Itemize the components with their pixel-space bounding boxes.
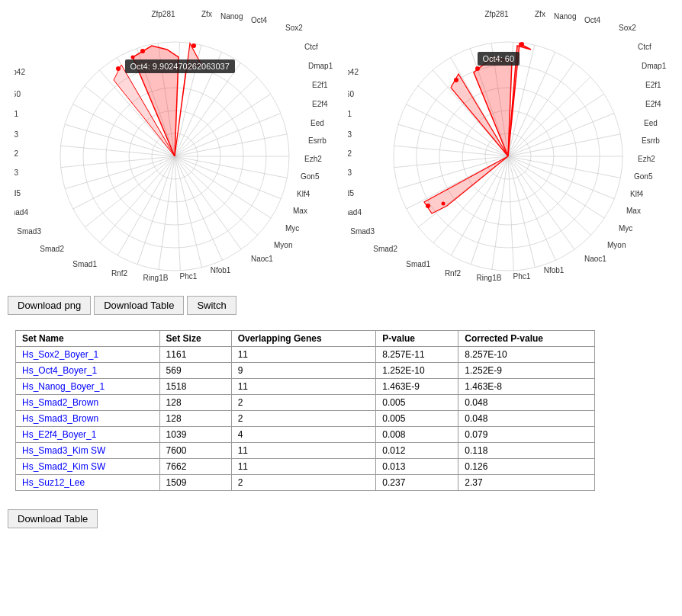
svg-text:Suz12: Suz12 (14, 149, 18, 158)
svg-text:Rnf2: Rnf2 (444, 269, 461, 278)
set-name-link[interactable]: Hs_E2f4_Boyer_1 (22, 429, 96, 440)
table-cell-set-name[interactable]: Hs_Smad2_Brown (16, 395, 160, 411)
svg-text:Tip60: Tip60 (348, 90, 354, 98)
table-cell-set-name[interactable]: Hs_Suz12_Lee (16, 475, 160, 491)
table-cell: 11 (231, 459, 376, 475)
table-cell: 9 (231, 363, 376, 379)
svg-text:Smad3: Smad3 (17, 227, 41, 236)
table-row: Hs_Smad3_Brown12820.0050.048 (16, 411, 595, 427)
col-header-set-size: Set Size (159, 331, 231, 347)
table-cell-set-name[interactable]: Hs_Sox2_Boyer_1 (16, 347, 160, 363)
svg-point-122 (454, 78, 458, 82)
svg-text:Stat3: Stat3 (348, 168, 352, 177)
set-name-link[interactable]: Hs_Sox2_Boyer_1 (22, 349, 98, 360)
svg-text:Rnf2: Rnf2 (111, 269, 127, 278)
svg-line-85 (508, 156, 614, 199)
svg-text:Esrrb: Esrrb (642, 136, 660, 145)
table-cell: 0.079 (458, 427, 595, 443)
table-cell: 0.008 (376, 427, 458, 443)
svg-point-123 (426, 204, 430, 208)
table-row: Hs_Oct4_Boyer_156991.252E-101.252E-9 (16, 363, 595, 379)
bottom-button-row: Download Table (0, 503, 682, 541)
svg-line-7 (175, 156, 281, 199)
svg-text:Oct4: Oct4 (584, 16, 601, 24)
set-name-link[interactable]: Hs_Smad3_Brown (22, 413, 98, 424)
svg-text:E2f4: E2f4 (645, 100, 661, 108)
svg-text:Ezh2: Ezh2 (638, 155, 655, 163)
svg-line-88 (508, 156, 574, 249)
svg-text:Smad5: Smad5 (348, 189, 354, 197)
svg-text:Phc1: Phc1 (179, 272, 197, 281)
svg-text:E2f4: E2f4 (312, 100, 328, 108)
svg-line-17 (99, 156, 174, 243)
set-name-link[interactable]: Hs_Smad3_Kim SW (22, 445, 105, 456)
table-cell: 11 (231, 379, 376, 395)
svg-text:Esrrb: Esrrb (308, 136, 327, 145)
switch-button[interactable]: Switch (187, 296, 236, 315)
results-table: Set Name Set Size Overlapping Genes P-va… (15, 330, 595, 491)
table-cell: 2 (231, 411, 376, 427)
table-cell: 1.463E-8 (458, 379, 595, 395)
svg-text:Klf4: Klf4 (630, 190, 644, 198)
table-cell-set-name[interactable]: Hs_Nanog_Boyer_1 (16, 379, 160, 395)
table-cell-set-name[interactable]: Hs_Smad3_Kim SW (16, 443, 160, 459)
svg-text:Zfp281: Zfp281 (151, 10, 175, 18)
svg-text:Tip60: Tip60 (14, 90, 21, 98)
svg-text:Dmap1: Dmap1 (642, 62, 667, 70)
button-row: Download png Download Table Switch (0, 290, 682, 327)
svg-point-42 (191, 43, 196, 48)
svg-text:Ring1B: Ring1B (143, 274, 168, 282)
table-cell: 1509 (159, 475, 231, 491)
svg-text:Naoc1: Naoc1 (584, 255, 606, 263)
svg-text:Myc: Myc (619, 224, 632, 233)
svg-text:Stat3: Stat3 (14, 168, 18, 177)
svg-text:Myon: Myon (607, 241, 626, 249)
table-cell: 0.012 (376, 443, 458, 459)
table-cell: 0.048 (458, 395, 595, 411)
table-cell: 1.252E-9 (458, 363, 595, 379)
table-cell: 1039 (159, 427, 231, 443)
svg-line-111 (508, 63, 574, 156)
table-row: Hs_E2f4_Boyer_1103940.0080.079 (16, 427, 595, 443)
svg-text:Sox2: Sox2 (619, 24, 636, 32)
svg-point-43 (116, 66, 121, 71)
table-cell: 1.252E-10 (376, 363, 458, 379)
download-table-top-button[interactable]: Download Table (94, 296, 184, 315)
svg-line-9 (175, 156, 258, 235)
set-name-link[interactable]: Hs_Smad2_Brown (22, 397, 98, 408)
svg-text:Tcfop21: Tcfop21 (348, 110, 352, 118)
set-name-link[interactable]: Hs_Smad2_Kim SW (22, 461, 105, 472)
table-cell: 0.005 (376, 411, 458, 427)
table-row: Hs_Smad3_Kim SW7600110.0120.118 (16, 443, 595, 459)
set-name-link[interactable]: Hs_Oct4_Boyer_1 (22, 365, 97, 376)
svg-point-124 (441, 202, 445, 206)
svg-line-13 (175, 156, 180, 271)
svg-text:Ring1B: Ring1B (476, 274, 501, 282)
download-png-button[interactable]: Download png (8, 296, 91, 315)
svg-line-10 (175, 156, 241, 249)
svg-text:Ezh2: Ezh2 (304, 155, 322, 163)
table-cell-set-name[interactable]: Hs_Smad3_Brown (16, 411, 160, 427)
set-name-link[interactable]: Hs_Suz12_Lee (22, 477, 85, 488)
svg-text:Dmap1: Dmap1 (308, 62, 333, 70)
table-cell: 0.005 (376, 395, 458, 411)
set-name-link[interactable]: Hs_Nanog_Boyer_1 (22, 381, 105, 392)
svg-text:Eed: Eed (644, 119, 658, 127)
table-cell: 2.37 (458, 475, 595, 491)
charts-row: Zfp281 Zfx Nanog Oct4 Sox2 Ctcf Dmap1 E2… (0, 0, 682, 290)
svg-text:Smad2: Smad2 (373, 245, 397, 253)
svg-text:Zfp281: Zfp281 (484, 10, 509, 18)
table-cell-set-name[interactable]: Hs_Smad2_Kim SW (16, 459, 160, 475)
svg-text:Tcf3: Tcf3 (348, 130, 352, 139)
svg-text:Max: Max (626, 207, 641, 215)
left-chart: Zfp281 Zfx Nanog Oct4 Sox2 Ctcf Dmap1 E2… (14, 8, 335, 290)
svg-text:Tcfop21: Tcfop21 (14, 110, 18, 118)
table-cell-set-name[interactable]: Hs_E2f4_Boyer_1 (16, 427, 160, 443)
svg-text:Nfob1: Nfob1 (543, 266, 564, 274)
table-cell: 128 (159, 395, 231, 411)
table-cell: 0.013 (376, 459, 458, 475)
svg-line-87 (508, 156, 591, 235)
download-table-bottom-button[interactable]: Download Table (8, 509, 98, 528)
table-cell-set-name[interactable]: Hs_Oct4_Boyer_1 (16, 363, 160, 379)
svg-text:Sox2: Sox2 (285, 24, 303, 32)
